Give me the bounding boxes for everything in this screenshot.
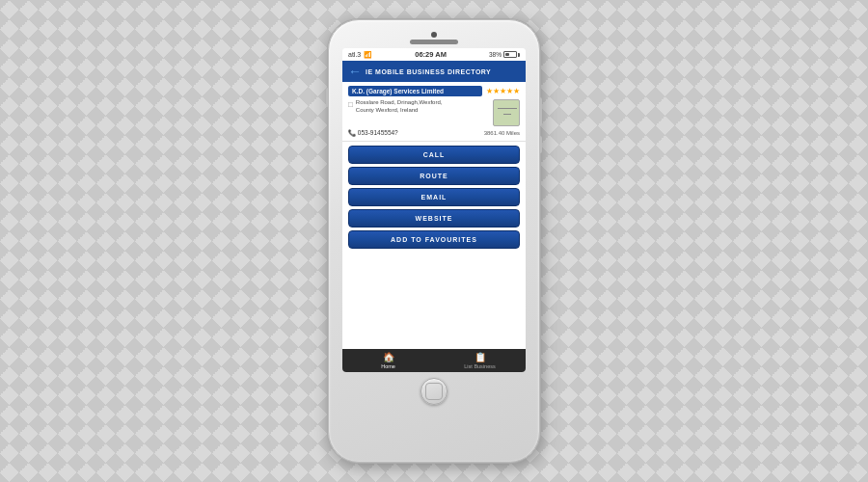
- status-time: 06:29 AM: [415, 50, 447, 59]
- address-text: Rosslare Road, Drinagh,Wexford, County W…: [356, 99, 490, 115]
- list-business-tab[interactable]: 📋 List Business: [434, 349, 526, 372]
- call-button[interactable]: CALL: [348, 146, 520, 164]
- battery-percent: 38%: [489, 51, 502, 58]
- home-tab-label: Home: [381, 363, 395, 369]
- home-icon: 🏠: [383, 352, 394, 362]
- phone-frame: atl.3 📶 06:29 AM 38% ← IE MOBILE BUSINES…: [328, 19, 540, 463]
- battery-icon: [503, 51, 520, 58]
- home-button-inner: [425, 383, 443, 400]
- star-rating: ★★★★★: [486, 87, 520, 95]
- phone-top: [337, 30, 531, 48]
- distance-text: 3861.40 Miles: [484, 130, 520, 136]
- email-button[interactable]: EMAIL: [348, 188, 520, 206]
- home-tab[interactable]: 🏠 Home: [342, 349, 434, 372]
- business-name: K.D. (Garage) Services Limited: [348, 86, 482, 96]
- status-battery: 38%: [489, 51, 520, 58]
- status-signal: atl.3 📶: [348, 51, 372, 59]
- earpiece-speaker: [410, 40, 458, 44]
- phone-bottom: [420, 372, 448, 409]
- address-row: □ Rosslare Road, Drinagh,Wexford, County…: [348, 99, 520, 126]
- status-bar: atl.3 📶 06:29 AM 38%: [342, 48, 526, 61]
- mute-switch: [326, 88, 329, 107]
- app-header: ← IE MOBILE BUSINESS DIRECTORY: [342, 61, 526, 82]
- tab-bar: 🏠 Home 📋 List Business: [342, 349, 526, 372]
- website-button[interactable]: WEBSITE: [348, 209, 520, 228]
- front-camera: [431, 32, 437, 38]
- home-button[interactable]: [420, 378, 448, 405]
- signal-text: atl.3: [348, 51, 361, 58]
- address-line1: Rosslare Road, Drinagh,Wexford,: [356, 99, 443, 105]
- volume-up-button: [539, 97, 542, 126]
- location-icon: □: [348, 100, 353, 109]
- route-button[interactable]: ROUTE: [348, 167, 520, 185]
- map-thumbnail[interactable]: [493, 99, 520, 126]
- list-icon: 📋: [475, 352, 486, 362]
- business-name-row: K.D. (Garage) Services Limited ★★★★★: [348, 86, 520, 96]
- app-content: ← IE MOBILE BUSINESS DIRECTORY K.D. (Gar…: [342, 61, 526, 372]
- phone-distance-row: 📞 053-9145554? 3861.40 Miles: [348, 129, 520, 137]
- address-line2: County Wexford, Ireland: [356, 107, 419, 113]
- phone-number: 📞 053-9145554?: [348, 129, 398, 137]
- list-tab-label: List Business: [464, 363, 495, 369]
- wifi-icon: 📶: [364, 51, 372, 59]
- action-buttons-container: CALL ROUTE EMAIL WEBSITE ADD TO FAVOURIT…: [342, 142, 526, 349]
- business-card: K.D. (Garage) Services Limited ★★★★★ □ R…: [342, 82, 526, 142]
- app-title: IE MOBILE BUSINESS DIRECTORY: [366, 68, 491, 75]
- phone-screen: atl.3 📶 06:29 AM 38% ← IE MOBILE BUSINES…: [342, 48, 526, 372]
- volume-down-button: [539, 136, 542, 153]
- back-arrow-icon[interactable]: ←: [348, 65, 362, 78]
- favourites-button[interactable]: ADD TO FAVOURITES: [348, 230, 520, 249]
